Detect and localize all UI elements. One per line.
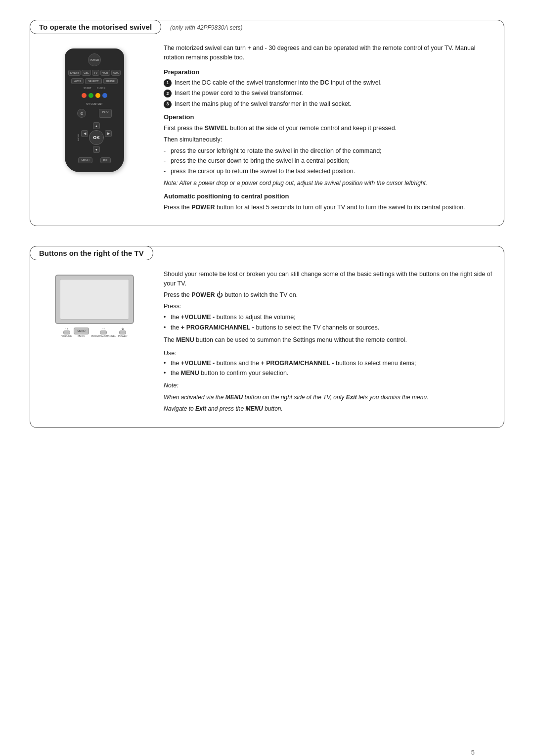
note-text1: When activated via the MENU button on th… — [164, 393, 494, 402]
tv-power-label: POWER — [118, 334, 128, 337]
remote-menu-button[interactable]: MENU — [78, 157, 92, 163]
swivel-title: To operate the motorised swivel — [30, 20, 161, 34]
remote-left-button[interactable]: ◀ — [81, 130, 88, 137]
buttons-section: Buttons on the right of the TV — [30, 246, 504, 428]
auto-text: Press the POWER button for at least 5 se… — [164, 203, 494, 212]
remote-nav-row: A/CH SELECT GUIDE — [71, 78, 118, 84]
use-bullet-2: the MENU button to confirm your selectio… — [164, 369, 494, 378]
remote-aux-button[interactable]: AUX — [111, 70, 121, 76]
prep-item-2: 2 Insert the power cord to the swivel tr… — [164, 89, 494, 98]
prep-item-1: 1 Insert the DC cable of the swivel tran… — [164, 79, 494, 88]
buttons-section-header: Buttons on the right of the TV — [30, 246, 504, 261]
remote-cbl-button[interactable]: CBL — [82, 70, 91, 76]
auto-heading: Automatic positioning to central positio… — [164, 192, 494, 200]
remote-swivel-left: SWIVEL — [77, 134, 80, 141]
swivel-content: The motorized swivel can turn + and - 30… — [164, 44, 494, 214]
operation-bullets: press the cursor left/right to rotate th… — [164, 146, 494, 176]
op-bullet-2: press the the cursor down to bring the s… — [164, 156, 494, 166]
tv-side-btn-1 — [133, 285, 134, 291]
remote-tv-button[interactable]: TV — [92, 70, 99, 76]
tv-power-button[interactable] — [119, 331, 126, 334]
remote-info-button[interactable]: INFO — [99, 109, 111, 118]
remote-up-button[interactable]: ▲ — [93, 122, 100, 129]
buttons-title: Buttons on the right of the TV — [30, 246, 153, 260]
remote-mycontent-info-row: ⊙ INFO — [77, 109, 111, 118]
tv-side-btn-2 — [133, 294, 134, 300]
page-wrapper: To operate the motorised swivel (only wi… — [30, 20, 504, 756]
remote-lr-row: ◀ OK ▶ — [81, 130, 112, 145]
tv-screen — [60, 279, 129, 320]
page-number: 5 — [471, 749, 475, 756]
remote-illustration-wrap: POWER DVD/R CBL TV VCR AUX — [40, 44, 149, 214]
remote-mc-icon: ⊙ — [80, 111, 84, 116]
operation-text2: Then simultaneously: — [164, 135, 494, 144]
preparation-heading: Preparation — [164, 68, 494, 76]
tv-menu-button[interactable]: MENU — [74, 328, 89, 334]
press-bullet-1: the +VOLUME - buttons to adjust the volu… — [164, 313, 494, 322]
remote-pip-button[interactable]: PIP — [100, 157, 111, 163]
operation-heading: Operation — [164, 113, 494, 121]
remote-control: POWER DVD/R CBL TV VCR AUX — [65, 48, 124, 172]
remote-mycontent-label: MY CONTENT — [87, 102, 103, 105]
press-list: the +VOLUME - buttons to adjust the volu… — [164, 313, 494, 332]
prep-num-3: 3 — [164, 100, 172, 108]
remote-down-button[interactable]: ▼ — [93, 146, 100, 153]
remote-ok-button[interactable]: OK — [89, 130, 104, 145]
tv-vol-sign-left: - + — [65, 327, 68, 330]
prep-num-2: 2 — [164, 90, 172, 97]
buttons-intro1: Should your remote be lost or broken you… — [164, 270, 494, 288]
remote-wrap: POWER DVD/R CBL TV VCR AUX — [40, 44, 149, 172]
remote-guide-button[interactable]: GUIDE — [103, 78, 118, 84]
prep-text-3: Insert the mains plug of the swivel tran… — [175, 100, 352, 109]
prep-text-2: Insert the power cord to the swivel tran… — [175, 89, 303, 98]
preparation-list: 1 Insert the DC cable of the swivel tran… — [164, 79, 494, 109]
tv-prog-label: PROGRAM/CHANNEL — [91, 334, 116, 337]
tv-body — [55, 275, 134, 324]
remote-vcr-button[interactable]: VCR — [100, 70, 110, 76]
remote-mycontent-button[interactable]: ⊙ — [77, 109, 86, 118]
remote-green-button[interactable] — [89, 93, 93, 98]
remote-ach-button[interactable]: A/CH — [71, 78, 84, 84]
tv-prog-group: - + PROGRAM/CHANNEL — [91, 327, 116, 337]
tv-wrap: - + VOLUME MENU MENU - + PRO — [40, 270, 149, 337]
operation-note: Note: After a power drop or a power cord… — [164, 179, 494, 188]
use-label: Use: — [164, 350, 494, 357]
buttons-content: Should your remote be lost or broken you… — [164, 270, 494, 416]
remote-red-button[interactable] — [82, 93, 87, 98]
tv-power-sign: ⏻ — [122, 327, 124, 330]
tv-power-group: ⏻ POWER — [118, 327, 128, 337]
prep-num-1: 1 — [164, 79, 172, 87]
tv-prog-sign: - + — [102, 327, 105, 330]
remote-bottom-row: MENU PIP — [78, 157, 110, 163]
remote-dvdr-button[interactable]: DVD/R — [68, 70, 81, 76]
note-label: Note: — [164, 381, 494, 390]
remote-select-button[interactable]: SELECT — [85, 78, 101, 84]
remote-clock-label: CLOCK — [97, 87, 105, 90]
remote-swivel-label: SWIVEL — [77, 134, 80, 141]
use-bullet-1: the +VOLUME - buttons and the + PROGRAM/… — [164, 359, 494, 368]
tv-side-btn-3 — [133, 302, 134, 308]
op-bullet-3: press the cursor up to return the swivel… — [164, 167, 494, 176]
menu-text: The MENU button can be used to summon th… — [164, 335, 494, 345]
remote-right-button[interactable]: ▶ — [105, 130, 112, 137]
remote-start-label: START — [84, 87, 91, 90]
tv-prog-button[interactable] — [100, 331, 107, 334]
prep-text-1: Insert the DC cable of the swivel transf… — [175, 79, 382, 88]
remote-mycontent-row: MY CONTENT — [87, 102, 103, 105]
tv-vol-group: - + VOLUME — [61, 327, 72, 337]
remote-power-row: POWER — [88, 53, 101, 66]
remote-blue-button[interactable] — [102, 93, 107, 98]
swivel-intro: The motorized swivel can turn + and - 30… — [164, 44, 494, 62]
tv-menu-group: MENU MENU — [74, 327, 89, 337]
tv-side-buttons — [133, 285, 134, 308]
remote-startclock-row: START CLOCK — [84, 87, 105, 90]
operation-text1: First press the SWIVEL button at the sid… — [164, 124, 494, 133]
tv-menu-bar-label: MENU — [78, 334, 85, 337]
remote-power-label: POWER — [90, 58, 99, 61]
note-text2: Navigate to Exit and press the MENU butt… — [164, 405, 494, 413]
tv-vol-button[interactable] — [63, 331, 70, 334]
remote-yellow-button[interactable] — [95, 93, 100, 98]
tv-buttons-bar: - + VOLUME MENU MENU - + PRO — [61, 327, 127, 337]
remote-power-button[interactable]: POWER — [88, 53, 101, 66]
op-bullet-1: press the cursor left/right to rotate th… — [164, 146, 494, 156]
